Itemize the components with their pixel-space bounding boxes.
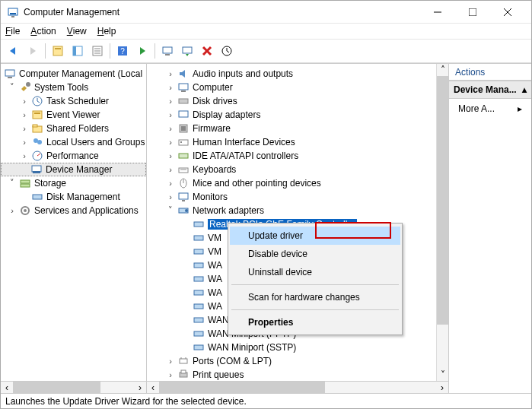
- actions-subheader[interactable]: Device Mana... ▴: [449, 81, 531, 99]
- device-category[interactable]: ›Disk drives: [147, 94, 436, 108]
- network-adapter-item[interactable]: WAN Miniport (SSTP): [147, 341, 436, 354]
- close-button[interactable]: [490, 1, 525, 24]
- expand-glyph[interactable]: ›: [19, 110, 30, 119]
- expand-glyph[interactable]: ›: [165, 83, 176, 92]
- expand-glyph[interactable]: ›: [165, 110, 176, 119]
- scrollbar-thumb[interactable]: [13, 382, 100, 393]
- maximize-button[interactable]: [455, 1, 490, 24]
- expand-glyph[interactable]: ›: [165, 69, 176, 78]
- scroll-left-arrow[interactable]: ‹: [147, 382, 159, 393]
- expand-glyph[interactable]: ›: [165, 179, 176, 188]
- menu-view[interactable]: ViewView: [67, 26, 87, 36]
- scrollbar-track[interactable]: [437, 76, 448, 369]
- properties-button[interactable]: [68, 42, 87, 60]
- toolbar-separator: [45, 43, 46, 59]
- tree-node-device-manager[interactable]: Device Manager: [1, 163, 146, 176]
- tree-node-task-scheduler[interactable]: › Task Scheduler: [1, 94, 146, 108]
- device-label: Ports (COM & LPT): [193, 356, 272, 366]
- event-viewer-icon: [31, 109, 43, 121]
- device-pane-vertical-scrollbar[interactable]: ˄ ˅: [436, 64, 448, 381]
- tree-node-local-users[interactable]: › Local Users and Groups: [1, 135, 146, 149]
- scrollbar-track[interactable]: [325, 382, 436, 393]
- svg-rect-34: [32, 166, 41, 172]
- tree-node-storage[interactable]: ˅ Storage: [1, 176, 146, 190]
- device-label: VM: [208, 233, 221, 243]
- scroll-right-arrow[interactable]: ›: [134, 382, 146, 393]
- export-list-button[interactable]: [88, 42, 107, 60]
- expand-glyph[interactable]: ›: [165, 138, 176, 147]
- performance-icon: [31, 150, 43, 162]
- mouse-icon: [177, 177, 190, 189]
- collapse-icon[interactable]: ▴: [522, 84, 527, 95]
- context-menu-uninstall-device[interactable]: Uninstall device: [230, 263, 400, 281]
- expand-glyph[interactable]: ›: [165, 192, 176, 201]
- tree-node-services[interactable]: › Services and Applications: [1, 204, 146, 217]
- expand-glyph[interactable]: ˅: [7, 82, 18, 92]
- device-category[interactable]: ›Mice and other pointing devices: [147, 176, 436, 190]
- expand-glyph[interactable]: ›: [19, 138, 30, 147]
- disable-device-button[interactable]: [178, 42, 196, 60]
- show-hide-console-tree-button[interactable]: [49, 42, 67, 60]
- expand-glyph[interactable]: ˅: [165, 205, 176, 215]
- scroll-left-arrow[interactable]: ‹: [1, 382, 13, 393]
- device-category[interactable]: ›Print queues: [147, 368, 436, 381]
- svg-rect-46: [181, 126, 186, 131]
- expand-glyph[interactable]: ›: [165, 97, 176, 106]
- expand-glyph[interactable]: ›: [165, 370, 176, 379]
- actions-header: Actions: [449, 64, 531, 81]
- device-pane-horizontal-scrollbar[interactable]: ‹ ›: [147, 381, 448, 393]
- menu-action[interactable]: ActionAction: [30, 26, 56, 36]
- device-category[interactable]: ›Firmware: [147, 122, 436, 135]
- device-category[interactable]: ›IDE ATA/ATAPI controllers: [147, 149, 436, 163]
- device-category[interactable]: ›Human Interface Devices: [147, 135, 436, 149]
- help-button[interactable]: ?: [113, 42, 132, 60]
- context-menu-scan-hardware[interactable]: Scan for hardware changes: [230, 288, 400, 306]
- console-tree[interactable]: Computer Management (Local ˅ System Tool…: [1, 64, 146, 381]
- device-category[interactable]: ›Display adapters: [147, 108, 436, 122]
- tree-node-performance[interactable]: › Performance: [1, 149, 146, 163]
- keyboard-icon: [177, 163, 190, 176]
- scrollbar-track[interactable]: [100, 382, 134, 393]
- expand-glyph[interactable]: ›: [165, 151, 176, 160]
- left-pane-horizontal-scrollbar[interactable]: ‹ ›: [1, 381, 146, 393]
- expand-glyph[interactable]: ›: [165, 357, 176, 366]
- expand-glyph[interactable]: ›: [19, 124, 30, 133]
- expand-glyph[interactable]: ›: [7, 206, 18, 215]
- tree-node-shared-folders[interactable]: › Shared Folders: [1, 122, 146, 135]
- context-menu-disable-device[interactable]: Disable device: [230, 245, 400, 263]
- expand-glyph[interactable]: ›: [19, 151, 30, 160]
- minimize-button[interactable]: [420, 1, 455, 24]
- device-category[interactable]: ›Audio inputs and outputs: [147, 67, 436, 81]
- scrollbar-thumb[interactable]: [437, 76, 448, 325]
- actions-more[interactable]: More A... ▸: [449, 99, 531, 119]
- expand-glyph[interactable]: ˅: [7, 178, 18, 188]
- tree-node-root[interactable]: Computer Management (Local: [1, 67, 146, 81]
- scrollbar-thumb[interactable]: [159, 382, 325, 393]
- menu-file[interactable]: FFileile: [5, 26, 20, 36]
- forward-button[interactable]: [24, 42, 42, 60]
- device-category[interactable]: ›Computer: [147, 81, 436, 94]
- menu-help[interactable]: HelpHelp: [97, 26, 116, 36]
- scroll-right-arrow[interactable]: ›: [436, 382, 448, 393]
- tree-node-disk-management[interactable]: Disk Management: [1, 190, 146, 204]
- context-menu-properties[interactable]: Properties: [230, 313, 400, 331]
- device-category[interactable]: ›Keyboards: [147, 163, 436, 176]
- device-tree[interactable]: ›Audio inputs and outputs ›Computer ›Dis…: [147, 64, 436, 381]
- window-title: Computer Management: [24, 7, 119, 17]
- device-category[interactable]: ›Ports (COM & LPT): [147, 354, 436, 368]
- expand-glyph[interactable]: ›: [165, 124, 176, 133]
- context-menu-update-driver[interactable]: Update driver: [230, 227, 400, 245]
- uninstall-device-button[interactable]: [198, 42, 216, 60]
- expand-glyph[interactable]: ›: [19, 97, 30, 106]
- scroll-up-arrow[interactable]: ˄: [437, 64, 448, 76]
- tree-node-system-tools[interactable]: ˅ System Tools: [1, 81, 146, 94]
- scroll-down-arrow[interactable]: ˅: [437, 369, 448, 381]
- device-category-network[interactable]: ˅Network adapters: [147, 204, 436, 217]
- tree-node-event-viewer[interactable]: › Event Viewer: [1, 108, 146, 122]
- device-category[interactable]: ›Monitors: [147, 190, 436, 204]
- expand-glyph[interactable]: ›: [165, 165, 176, 174]
- refresh-button[interactable]: [133, 42, 151, 60]
- scan-hardware-button[interactable]: [218, 42, 236, 60]
- update-driver-button[interactable]: [158, 42, 177, 60]
- back-button[interactable]: [4, 42, 22, 60]
